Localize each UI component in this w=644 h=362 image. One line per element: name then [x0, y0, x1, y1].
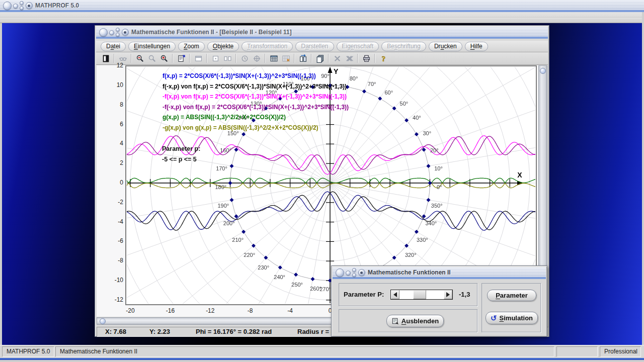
- toolbar-button-table-calc-icon: [280, 53, 292, 64]
- window-control-icon[interactable]: [20, 1, 24, 5]
- main-statusbar: MATHPROF 5.0 Mathematische Funktionen II…: [0, 345, 644, 358]
- parameter-p-label: Parameter P:: [344, 291, 384, 298]
- toolbar-separator: [374, 54, 375, 63]
- toolbar-separator: [265, 54, 266, 63]
- ausblenden-label: Ausblenden: [401, 317, 439, 325]
- properties-icon: [177, 54, 186, 63]
- window-control-icon[interactable]: [109, 30, 114, 35]
- statusbar-document: Mathematische Funktionen II: [55, 346, 554, 357]
- parameter-button-label: Parameter: [496, 292, 528, 299]
- table-calc-icon: [282, 54, 290, 63]
- y-axis-label: -4: [102, 218, 123, 225]
- scroll-up-button[interactable]: [540, 68, 546, 74]
- statusbar-edition: Professional: [600, 346, 641, 357]
- toolbar-button-target-icon: [251, 53, 263, 64]
- formula-line: f(x,p) = 2*COS(X/6*(-1,3))*SIN(X+(-1,3))…: [163, 71, 349, 81]
- menu-item-hilfe[interactable]: Hilfe: [465, 42, 488, 51]
- ausblenden-button[interactable]: Ausblenden: [386, 315, 444, 327]
- zoom-in-icon: [160, 54, 169, 63]
- glasses-icon: [119, 54, 127, 63]
- slider-left-button[interactable]: [391, 290, 399, 299]
- toolbar-button-clock-icon: [238, 53, 251, 64]
- dialog-title: Mathematische Funktionen II: [368, 269, 451, 276]
- x-axis-label: -4: [281, 307, 299, 314]
- toolbar-button-flip-icon[interactable]: [297, 53, 309, 64]
- menu-item-objekte[interactable]: Objekte: [207, 42, 239, 51]
- menu-item-eigenschaft: Eigenschaft: [337, 42, 379, 51]
- menu-item-einstellungen[interactable]: Einstellungen: [128, 42, 176, 51]
- window-control-icon[interactable]: [352, 268, 356, 272]
- window-control-icon[interactable]: [13, 4, 18, 9]
- toolbar-separator: [311, 54, 312, 63]
- interval-icon: [223, 54, 232, 63]
- y-axis-label: 6: [102, 121, 123, 128]
- status-x: X: 7.68: [105, 327, 126, 336]
- flip-icon: [299, 54, 307, 63]
- parameter-title: Parameter p:: [162, 144, 200, 154]
- toolbar-separator: [235, 54, 236, 63]
- close-icon: [333, 54, 342, 63]
- parameter-range: -5 <= p <= 5: [162, 154, 200, 165]
- y-axis-label: -10: [102, 277, 123, 284]
- window-control-icon[interactable]: [352, 273, 356, 277]
- slider-thumb[interactable]: [413, 290, 426, 299]
- main-window-title: MATHPROF 5.0: [35, 2, 79, 9]
- status-y: Y: 2.23: [149, 327, 170, 336]
- y-axis-label: -6: [102, 237, 123, 244]
- app-icon: [26, 2, 33, 9]
- main-titlebar[interactable]: MATHPROF 5.0: [0, 0, 644, 12]
- menu-item-zoom[interactable]: Zoom: [178, 42, 205, 51]
- toolbar-button-zoom-window-icon: [146, 53, 158, 64]
- action-groupbox: Parameter ↺ Simulation: [481, 283, 541, 332]
- toolbar-button-table-icon[interactable]: [268, 53, 280, 64]
- window-bottom-border: [0, 358, 644, 362]
- y-axis-label: -12: [102, 296, 123, 303]
- toolbar-button-print-icon[interactable]: [360, 53, 372, 64]
- window-control-icon[interactable]: [346, 270, 351, 276]
- toolbar-separator: [357, 54, 358, 63]
- formula-line: f(-x,p) von f(x,p) = 2*COS(X/6*(-1,3))*S…: [163, 81, 349, 92]
- clock-icon: [240, 54, 249, 63]
- child-window-title: Mathematische Funktionen II - [Beispiele…: [131, 29, 292, 36]
- menu-item-datei[interactable]: Datei: [101, 42, 126, 51]
- x-axis-label: -8: [241, 307, 259, 314]
- child-menubar: DateiEinstellungenZoomObjekteTransformat…: [96, 41, 548, 52]
- ausblenden-groupbox: Ausblenden: [339, 309, 477, 332]
- parameter-dialog: Mathematische Funktionen II Parameter P:…: [331, 265, 547, 337]
- toolbar-button-help-icon[interactable]: ?: [377, 53, 389, 64]
- window-control-icon[interactable]: [3, 2, 12, 10]
- toolbar-button-properties-icon[interactable]: [175, 53, 187, 64]
- parameter-slider[interactable]: [390, 290, 453, 300]
- y-axis-label: -2: [102, 199, 123, 206]
- notes-icon: [102, 54, 110, 63]
- parameter-button[interactable]: Parameter: [487, 290, 536, 301]
- help-icon: ?: [379, 54, 388, 63]
- menu-item-beschriftung: Beschriftung: [381, 42, 426, 51]
- menu-item-drucken[interactable]: Drucken: [429, 42, 462, 51]
- parameter-caption: Parameter p: -5 <= p <= 5: [162, 144, 200, 165]
- toolbar-button-layers-icon[interactable]: [314, 53, 326, 64]
- window-control-icon[interactable]: [336, 268, 344, 277]
- slider-right-button[interactable]: [444, 290, 452, 299]
- window-control-icon[interactable]: [99, 28, 108, 37]
- window-control-icon[interactable]: [20, 6, 24, 10]
- refresh-icon: ↺: [491, 314, 497, 322]
- dialog-titlebar[interactable]: Mathematische Funktionen II: [333, 267, 546, 279]
- toolbar-separator: [189, 54, 190, 63]
- menu-item-transformation: Transformation: [242, 42, 293, 51]
- x-axis-label: -12: [201, 307, 219, 314]
- child-titlebar[interactable]: Mathematische Funktionen II - [Beispiele…: [96, 27, 548, 39]
- y-axis-label: -8: [102, 257, 123, 264]
- table-icon: [270, 54, 278, 63]
- window-control-icon[interactable]: [116, 33, 120, 37]
- toolbar-button-zoom-in-icon[interactable]: [158, 53, 170, 64]
- window-control-icon[interactable]: [116, 28, 120, 32]
- status-phi: Phi = 16.176° = 0.282 rad: [196, 327, 272, 336]
- simulation-button[interactable]: ↺ Simulation: [486, 312, 538, 324]
- scroll-left-button[interactable]: [100, 318, 106, 324]
- x-axis-label: -20: [121, 307, 139, 314]
- toolbar-separator: [172, 54, 173, 63]
- toolbar-button-close-icon: [331, 53, 343, 64]
- point-icon: [211, 54, 220, 63]
- toolbar-button-zoom-out-icon[interactable]: [134, 53, 146, 64]
